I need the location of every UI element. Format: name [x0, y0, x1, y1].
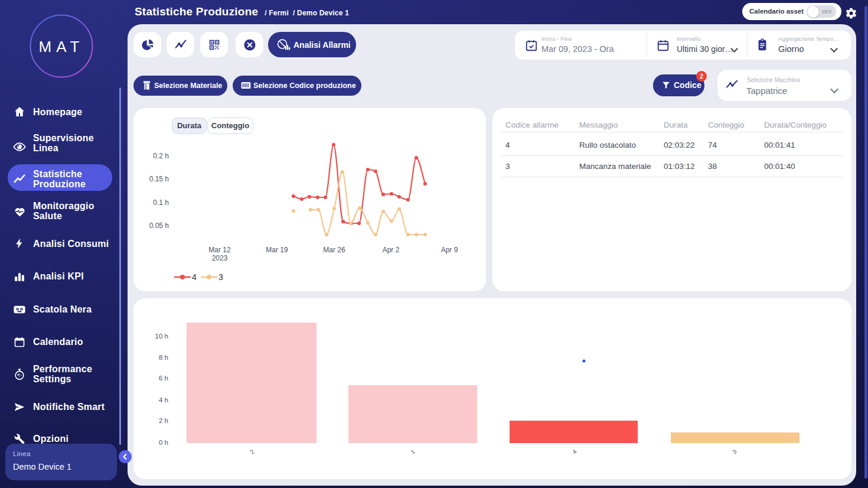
- svg-text:MAT: MAT: [39, 38, 84, 56]
- svg-text:3: 3: [218, 272, 223, 282]
- svg-text:4: 4: [192, 272, 197, 282]
